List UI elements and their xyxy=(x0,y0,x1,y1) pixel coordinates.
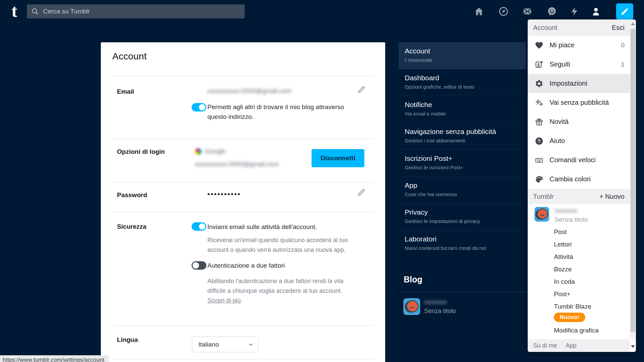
gift-icon xyxy=(534,117,544,127)
sidebar-item-labs[interactable]: Laboratori Nuovi contenuti bizzarri crea… xyxy=(399,230,526,257)
menu-item-change-palette[interactable]: Cambia colori xyxy=(528,170,630,189)
blog-link-tumblr-blaze[interactable]: Tumblr Blaze xyxy=(528,300,630,313)
chevron-down-icon xyxy=(248,342,253,347)
logout-button[interactable]: Esci xyxy=(612,24,625,32)
menu-item-label: Impostazioni xyxy=(550,80,625,87)
home-icon[interactable] xyxy=(473,6,485,17)
edit-email-pencil-icon[interactable] xyxy=(357,85,366,95)
menu-item-settings[interactable]: Impostazioni xyxy=(528,74,630,93)
divider xyxy=(112,76,374,77)
page-title: Account xyxy=(112,51,147,62)
divider xyxy=(112,182,374,182)
sidebar-item-title: Laboratori xyxy=(405,235,520,243)
two-factor-toggle[interactable] xyxy=(192,261,206,270)
edit-password-pencil-icon[interactable] xyxy=(357,188,366,198)
toggle-knob xyxy=(199,223,205,230)
tumblr-logo[interactable]: t xyxy=(7,1,22,21)
gear-icon xyxy=(534,79,544,88)
disconnect-button[interactable]: Disconnetti xyxy=(312,149,364,167)
blog-link-edit-appearance[interactable]: Modifica grafica xyxy=(528,324,630,336)
menu-item-help[interactable]: ? Aiuto xyxy=(528,131,630,150)
sidebar-item-apps[interactable]: App Cose che hai connesso xyxy=(399,177,526,203)
badge-row: Nuovo! xyxy=(528,313,630,324)
toggle-knob xyxy=(199,104,205,110)
menu-item-shortcuts[interactable]: Comandi veloci xyxy=(528,150,630,170)
sidebar-item-subtitle: L'essenziale xyxy=(405,57,520,63)
two-factor-description-text: Abilitando l'autenticazione a due fattor… xyxy=(207,278,344,294)
sidebar-item-dashboard[interactable]: Dashboard Opzioni grafiche, editor di te… xyxy=(399,69,526,96)
account-settings-card: Account Email xxxxxxxxxx-0000@gmail.com … xyxy=(101,42,385,362)
sidebar-item-notifications[interactable]: Notifiche Via email e mobile xyxy=(399,96,526,123)
new-blog-button[interactable]: + Nuovo xyxy=(599,193,625,200)
sidebar-item-title: Notifiche xyxy=(405,101,520,109)
search-input[interactable] xyxy=(42,7,241,15)
menu-header: Account Esci xyxy=(528,19,630,36)
heart-icon xyxy=(534,41,544,50)
learn-more-link[interactable]: Scopri di più xyxy=(207,297,241,304)
blog-link-activity[interactable]: Attività xyxy=(528,251,630,263)
menu-item-whats-new[interactable]: Novità xyxy=(528,112,630,131)
help-question-icon: ? xyxy=(534,136,544,146)
login-options-label: Opzioni di login xyxy=(117,148,165,155)
menu-item-label: Aiuto xyxy=(550,137,625,145)
sparkles-icon xyxy=(534,98,544,107)
menu-item-label: Novità xyxy=(550,118,625,126)
account-dropdown-menu: Account Esci Mi piace 0 xyxy=(528,19,636,352)
email-discoverable-toggle[interactable] xyxy=(192,103,206,111)
menu-item-following[interactable]: Seguiti 1 xyxy=(528,55,630,74)
search-bar[interactable] xyxy=(27,4,245,18)
security-label: Sicurezza xyxy=(117,223,147,230)
scroll-down-arrow-icon[interactable] xyxy=(631,345,635,348)
blog-link-postplus[interactable]: Post+ xyxy=(528,288,630,300)
blog-avatar xyxy=(403,298,420,315)
menu-item-label: Mi piace xyxy=(550,41,621,49)
blog-list-item[interactable]: xxxxxxxx Senza titolo xyxy=(399,296,526,318)
sidebar-item-ad-free[interactable]: Navigazione senza pubblicità Gestisci i … xyxy=(399,123,526,150)
explore-compass-icon[interactable] xyxy=(498,6,509,17)
messages-envelope-icon[interactable] xyxy=(522,6,533,17)
footer-link-about[interactable]: Su di me xyxy=(533,342,557,349)
settings-sidebar: Account L'essenziale Dashboard Opzioni g… xyxy=(399,42,526,257)
blogs-header-title: Tumblr xyxy=(533,193,554,200)
menu-scrollbar[interactable] xyxy=(630,19,636,339)
email-value-redacted: xxxxxxxxxx-0000@gmail.com xyxy=(207,87,291,95)
account-person-icon[interactable] xyxy=(590,6,602,17)
pencil-icon xyxy=(620,7,629,16)
two-factor-label: Autenticazione a due fattori xyxy=(207,261,357,270)
divider xyxy=(399,291,526,292)
sidebar-item-subtitle: Gestisci le iscrizioni Post+ xyxy=(405,165,520,170)
email-discoverable-label: Permetti agli altri di trovare il mio bl… xyxy=(207,102,357,122)
blog-name-redacted: xxxxxxxx xyxy=(555,208,588,214)
two-factor-description: Abilitando l'autenticazione a due fattor… xyxy=(207,276,359,306)
menu-item-likes[interactable]: Mi piace 0 xyxy=(528,36,630,55)
google-icon xyxy=(195,148,202,155)
email-activity-toggle[interactable] xyxy=(192,222,206,231)
divider xyxy=(112,139,374,139)
new-badge[interactable]: Nuovo! xyxy=(554,313,585,322)
menu-header-title: Account xyxy=(533,24,557,32)
sidebar-item-privacy[interactable]: Privacy Gestisci le impostazioni di priv… xyxy=(399,203,526,230)
tumblr-settings-page: t xyxy=(0,0,644,362)
sidebar-item-subtitle: Cose che hai connesso xyxy=(405,191,520,197)
following-person-plus-icon xyxy=(534,60,544,69)
scroll-up-arrow-icon[interactable] xyxy=(631,22,635,25)
menu-item-label: Seguiti xyxy=(550,60,621,68)
sidebar-item-account[interactable]: Account L'essenziale xyxy=(399,42,526,69)
link-preview-statusbar: https://www.tumblr.com/settings/account xyxy=(0,355,109,362)
blog-link-followers[interactable]: Lettori xyxy=(528,238,630,251)
sidebar-item-title: App xyxy=(405,181,520,189)
scrollbar-thumb[interactable] xyxy=(631,29,635,332)
blog-link-posts[interactable]: Post xyxy=(528,226,630,238)
activity-lightning-icon[interactable] xyxy=(569,6,580,17)
blog-link-queue[interactable]: In coda xyxy=(528,275,630,288)
menu-blog-item[interactable]: xxxxxxxx Senza titolo xyxy=(528,204,630,226)
menu-item-count: 1 xyxy=(621,61,625,68)
chat-ghost-icon[interactable] xyxy=(546,6,558,17)
footer-link-apps[interactable]: App xyxy=(566,342,576,349)
sidebar-item-postplus[interactable]: Iscrizioni Post+ Gestisci le iscrizioni … xyxy=(399,150,526,177)
sidebar-item-subtitle: Opzioni grafiche, editor di testo xyxy=(405,84,520,90)
language-select[interactable]: Italiano xyxy=(192,336,258,352)
compose-pencil-button[interactable] xyxy=(616,3,633,19)
blog-link-drafts[interactable]: Bozze xyxy=(528,263,630,275)
menu-item-ad-free[interactable]: Vai senza pubblicità xyxy=(528,93,630,112)
